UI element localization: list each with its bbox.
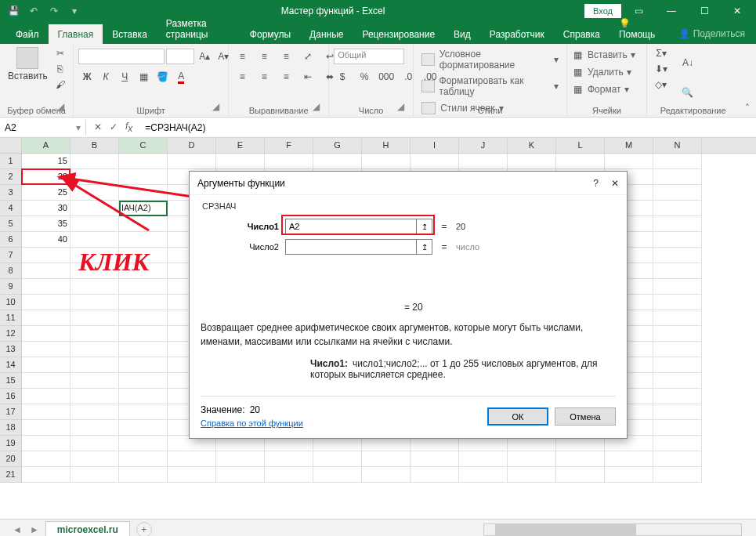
row-header[interactable]: 9 — [0, 279, 22, 295]
cell[interactable]: 25 — [22, 185, 71, 201]
cell[interactable] — [22, 420, 71, 436]
row-header[interactable]: 20 — [0, 451, 22, 467]
indent-dec-icon[interactable]: ⇤ — [299, 69, 317, 85]
grow-font-icon[interactable]: A▴ — [196, 49, 213, 64]
currency-icon[interactable]: $ — [334, 69, 351, 85]
redo-icon[interactable]: ↷ — [47, 4, 61, 18]
autosum-icon[interactable]: Σ▾ — [655, 47, 667, 60]
cell[interactable] — [22, 295, 71, 310]
cell[interactable] — [216, 154, 265, 169]
row-header[interactable]: 6 — [0, 232, 22, 248]
cell[interactable] — [556, 154, 605, 169]
cell[interactable] — [71, 169, 119, 185]
row-header[interactable]: 12 — [0, 326, 22, 342]
cancel-button[interactable]: Отмена — [555, 407, 616, 426]
align-left-icon[interactable]: ≡ — [233, 69, 251, 85]
share-button[interactable]: 👤Поделиться — [667, 24, 756, 44]
cell[interactable] — [71, 357, 119, 373]
cell[interactable] — [119, 185, 168, 201]
col-header[interactable]: A — [22, 138, 71, 153]
align-launcher-icon[interactable]: ◢ — [313, 101, 327, 115]
cell[interactable] — [22, 373, 71, 389]
row-header[interactable]: 10 — [0, 295, 22, 310]
row-header[interactable]: 11 — [0, 310, 22, 326]
font-size-combo[interactable] — [166, 49, 194, 64]
cell[interactable] — [119, 342, 168, 357]
cell[interactable] — [22, 279, 71, 295]
cell[interactable] — [605, 451, 653, 467]
cell[interactable] — [653, 263, 702, 279]
cell[interactable] — [653, 279, 702, 295]
cell[interactable] — [605, 467, 653, 483]
cell[interactable] — [71, 201, 119, 216]
fill-icon[interactable]: ⬇▾ — [655, 63, 667, 75]
cell[interactable] — [22, 451, 71, 467]
tab-file[interactable]: Файл — [6, 24, 49, 44]
cell[interactable] — [605, 154, 653, 169]
delete-cells-button[interactable]: ▦Удалить▾ — [572, 64, 631, 80]
enter-formula-icon[interactable]: ✓ — [110, 121, 118, 132]
col-header[interactable]: K — [508, 138, 556, 153]
format-cells-button[interactable]: ▦Формат▾ — [572, 81, 629, 97]
formula-input[interactable] — [140, 120, 756, 136]
dialog-help-icon[interactable]: ? — [593, 178, 599, 189]
cell[interactable] — [459, 451, 508, 467]
cell[interactable] — [653, 342, 702, 357]
name-box[interactable]: A2 ▾ — [0, 120, 86, 136]
format-as-table-button[interactable]: Форматировать как таблицу▾ — [418, 74, 562, 99]
cell[interactable] — [71, 216, 119, 232]
cell[interactable] — [362, 451, 411, 467]
cell[interactable] — [653, 169, 702, 185]
cell[interactable] — [22, 467, 71, 483]
cell[interactable] — [119, 310, 168, 326]
cell[interactable] — [459, 154, 508, 169]
cell[interactable] — [71, 326, 119, 342]
tab-home[interactable]: Главная — [49, 24, 103, 44]
col-header[interactable]: M — [605, 138, 653, 153]
cell[interactable] — [22, 389, 71, 404]
row-header[interactable]: 13 — [0, 342, 22, 357]
cell[interactable]: 20 — [22, 169, 71, 185]
cell[interactable] — [653, 404, 702, 420]
cell[interactable] — [119, 279, 168, 295]
tab-data[interactable]: Данные — [300, 24, 353, 44]
add-sheet-button[interactable]: + — [136, 522, 152, 537]
cell[interactable] — [71, 310, 119, 326]
cell[interactable] — [556, 451, 605, 467]
function-help-link[interactable]: Справка по этой функции — [201, 418, 303, 428]
cell[interactable] — [22, 248, 71, 263]
tab-insert[interactable]: Вставка — [103, 24, 157, 44]
cell[interactable] — [71, 451, 119, 467]
tab-tellme[interactable]: 💡Помощь — [610, 13, 667, 44]
conditional-formatting-button[interactable]: Условное форматирование▾ — [418, 47, 562, 72]
number-format-combo[interactable]: Общий — [334, 49, 404, 64]
arg2-input[interactable] — [285, 239, 417, 255]
align-bottom-icon[interactable]: ≡ — [277, 49, 295, 64]
col-header[interactable]: E — [216, 138, 265, 153]
cell[interactable] — [22, 357, 71, 373]
cell[interactable] — [411, 154, 459, 169]
arg1-range-picker-icon[interactable]: ↥ — [417, 219, 432, 234]
cell[interactable] — [362, 467, 411, 483]
col-header[interactable]: F — [265, 138, 313, 153]
cell[interactable] — [653, 310, 702, 326]
align-right-icon[interactable]: ≡ — [277, 69, 295, 85]
col-header[interactable]: I — [411, 138, 459, 153]
cell[interactable] — [653, 216, 702, 232]
cell[interactable] — [653, 420, 702, 436]
cell[interactable] — [653, 248, 702, 263]
cell[interactable] — [119, 451, 168, 467]
cell[interactable] — [22, 342, 71, 357]
cell[interactable] — [119, 420, 168, 436]
cell[interactable] — [508, 154, 556, 169]
name-box-dropdown-icon[interactable]: ▾ — [76, 122, 81, 133]
cell[interactable] — [168, 154, 216, 169]
cell[interactable] — [216, 467, 265, 483]
cell[interactable] — [168, 451, 216, 467]
tab-developer[interactable]: Разработчик — [480, 24, 554, 44]
cell[interactable]: 35 — [22, 216, 71, 232]
font-color-icon[interactable]: A — [172, 69, 190, 85]
cell[interactable] — [71, 342, 119, 357]
col-header[interactable]: G — [313, 138, 362, 153]
align-middle-icon[interactable]: ≡ — [255, 49, 273, 64]
